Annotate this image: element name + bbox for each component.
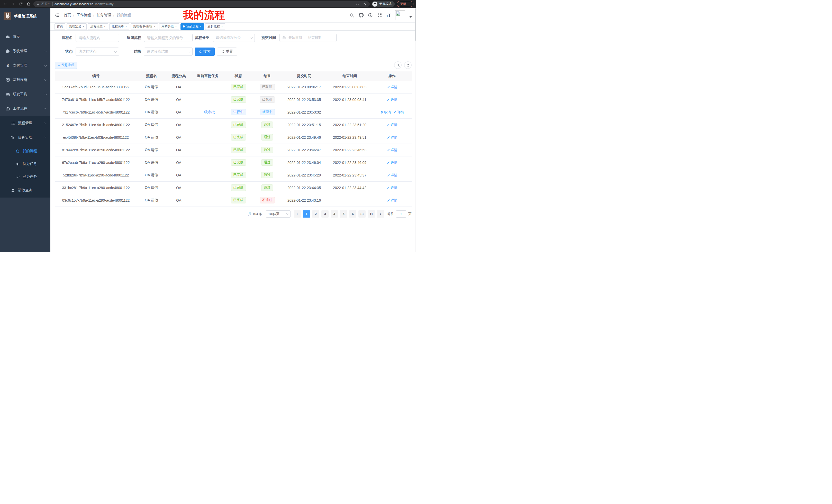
- tab-home[interactable]: 首页: [54, 23, 65, 30]
- close-icon[interactable]: ×: [200, 25, 202, 28]
- search-button[interactable]: 搜索: [194, 48, 215, 56]
- table-row: 7470a810-7b9b-11ec-b5b7-acde48001122OA 请…: [55, 93, 412, 106]
- tab-user-group[interactable]: 用户分组×: [159, 23, 179, 30]
- fullscreen-icon[interactable]: [377, 13, 382, 18]
- scrollbar-thumb[interactable]: [415, 8, 416, 40]
- browser-back-icon[interactable]: [3, 1, 8, 7]
- detail-link[interactable]: 详情: [387, 160, 397, 165]
- url-bar[interactable]: 不安全 dashboard.yudao.iocoder.cn/bpm/task/…: [33, 1, 370, 7]
- help-icon[interactable]: [368, 13, 373, 18]
- detail-link[interactable]: 详情: [387, 135, 397, 140]
- start-process-button[interactable]: + 发起流程: [55, 62, 77, 69]
- page-button-1[interactable]: 1: [303, 211, 310, 218]
- page-button-11[interactable]: 11: [368, 211, 375, 218]
- sidebar-item-devtools[interactable]: 研发工具: [0, 87, 50, 102]
- detail-link[interactable]: 详情: [387, 85, 397, 89]
- fontsize-icon[interactable]: TT: [386, 13, 391, 18]
- browser-menu-dots-icon[interactable]: [408, 2, 412, 6]
- detail-link[interactable]: 详情: [387, 173, 397, 177]
- submit-time-range-picker[interactable]: 开始日期 - 结束日期: [280, 34, 337, 42]
- breadcrumb-workflow[interactable]: 工作流程: [77, 13, 91, 18]
- chevron-down-icon: [44, 64, 47, 66]
- caret-down-icon[interactable]: [409, 16, 412, 18]
- close-icon[interactable]: ×: [175, 25, 177, 28]
- password-key-icon[interactable]: [356, 2, 359, 6]
- hamburger-icon[interactable]: [54, 12, 60, 18]
- refresh-table-button[interactable]: [404, 61, 412, 69]
- sidebar-item-system[interactable]: 系统管理: [0, 44, 50, 58]
- category-select[interactable]: 请选择流程分类: [213, 34, 255, 42]
- app-logo[interactable]: 芋道管理系统: [0, 8, 50, 24]
- breadcrumb-home[interactable]: 首页: [64, 13, 71, 18]
- jump-page-input[interactable]: [396, 211, 406, 218]
- breadcrumb-task-management[interactable]: 任务管理: [97, 13, 111, 18]
- browser-update-button[interactable]: 更新: [397, 1, 413, 7]
- tab-process-form-edit[interactable]: 流程表单-编辑×: [131, 23, 158, 30]
- process-def-input[interactable]: [144, 34, 192, 42]
- close-icon[interactable]: ×: [104, 25, 106, 28]
- sidebar-item-home[interactable]: 首页: [0, 30, 50, 44]
- page-button-3[interactable]: 3: [321, 211, 329, 218]
- process-name-input[interactable]: [76, 34, 119, 42]
- browser-reload-icon[interactable]: [18, 1, 24, 7]
- sidebar-item-process-management[interactable]: 流程管理: [0, 116, 50, 130]
- cell-id: 52ffd28e-7b9a-11ec-a290-acde48001122: [55, 169, 137, 181]
- browser-home-icon[interactable]: [26, 1, 31, 7]
- current-task-link[interactable]: 一级审批: [201, 110, 215, 114]
- sidebar-item-infra[interactable]: 基础设施: [0, 73, 50, 87]
- detail-link[interactable]: 详情: [387, 97, 397, 102]
- page-button-6[interactable]: 6: [349, 211, 356, 218]
- detail-link[interactable]: 详情: [387, 122, 397, 127]
- close-icon[interactable]: ×: [125, 25, 127, 28]
- page-button-5[interactable]: 5: [340, 211, 347, 218]
- close-icon[interactable]: ×: [154, 25, 156, 28]
- category-label: 流程分类: [195, 35, 209, 40]
- tab-start-process[interactable]: 发起流程×: [205, 23, 225, 30]
- cell-process-name: OA 请假: [137, 93, 166, 106]
- sidebar-item-leave-query[interactable]: 请假查询: [0, 183, 50, 198]
- pen-icon: [387, 123, 390, 127]
- sidebar-item-workflow[interactable]: 工作流程: [0, 102, 50, 116]
- bookmark-star-icon[interactable]: [363, 2, 367, 6]
- previous-page-button[interactable]: ‹: [294, 211, 301, 218]
- search-icon[interactable]: [349, 13, 354, 18]
- cell-category: OA: [166, 106, 191, 118]
- sidebar-item-payment[interactable]: ¥支付管理: [0, 58, 50, 73]
- close-icon[interactable]: ×: [221, 25, 223, 28]
- browser-forward-icon[interactable]: [10, 1, 16, 7]
- cancel-link[interactable]: 取消: [380, 110, 391, 115]
- tab-process-model[interactable]: 流程模型×: [88, 23, 108, 30]
- detail-link[interactable]: 详情: [387, 148, 397, 152]
- reset-button[interactable]: 重置: [217, 48, 237, 56]
- page-size-select[interactable]: 10条/页: [266, 211, 290, 218]
- status-select[interactable]: 请选择状态: [76, 48, 119, 56]
- cell-category: OA: [166, 169, 191, 181]
- cell-id: 3ad174fb-7b9d-11ec-8404-acde48001122: [55, 81, 137, 93]
- page-button-2[interactable]: 2: [312, 211, 319, 218]
- tab-my-process[interactable]: 我的流程×: [181, 23, 204, 30]
- next-page-button[interactable]: ›: [377, 211, 384, 218]
- result-select[interactable]: 请选择流结果: [144, 48, 192, 56]
- url-host: dashboard.yudao.iocoder.cn: [54, 2, 93, 6]
- detail-link[interactable]: 详情: [387, 186, 397, 190]
- detail-link[interactable]: 详情: [387, 198, 397, 203]
- page-button-4[interactable]: 4: [331, 211, 338, 218]
- incognito-badge: 无痕模式: [372, 1, 395, 7]
- github-icon[interactable]: [359, 13, 364, 18]
- cell-category: OA: [166, 156, 191, 169]
- sidebar: 芋道管理系统 首页系统管理¥支付管理基础设施研发工具工作流程流程管理任务管理我的…: [0, 8, 50, 252]
- toggle-search-button[interactable]: [394, 61, 401, 69]
- page-ellipsis[interactable]: •••: [358, 211, 366, 218]
- tab-process-definition[interactable]: 流程定义×: [67, 23, 87, 30]
- tab-process-form[interactable]: 流程表单×: [109, 23, 129, 30]
- avatar[interactable]: [395, 10, 405, 20]
- sidebar-item-task-management[interactable]: 任务管理: [0, 130, 50, 145]
- sidebar-item-done-tasks[interactable]: 已办任务: [0, 170, 50, 183]
- detail-link[interactable]: 详情: [393, 110, 404, 115]
- close-icon[interactable]: ×: [82, 25, 84, 28]
- pen-icon: [387, 98, 390, 101]
- detail-label: 详情: [397, 110, 404, 115]
- sidebar-item-my-process[interactable]: 我的流程: [0, 145, 50, 158]
- cell-status: 已完成: [224, 194, 253, 206]
- sidebar-item-todo-tasks[interactable]: 待办任务: [0, 158, 50, 170]
